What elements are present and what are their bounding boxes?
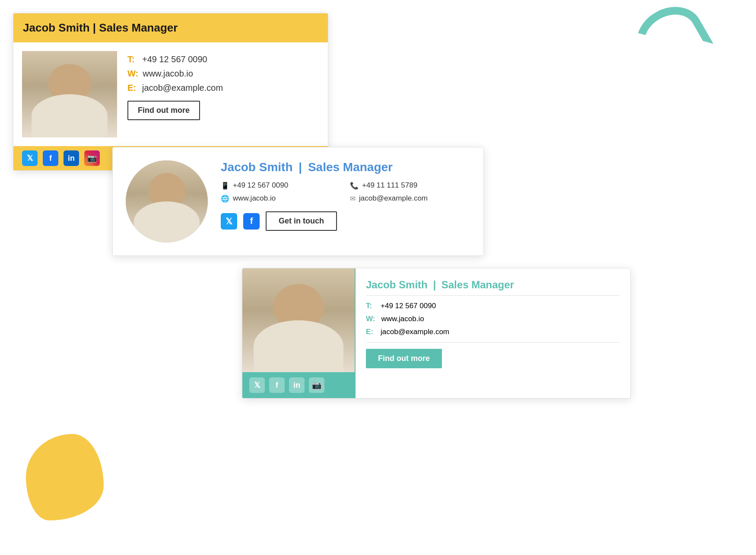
card1-contact-info: T: +49 12 567 0090 W: www.jacob.io E: ja… [127, 51, 319, 137]
person-image-2 [126, 160, 208, 242]
card3-name-title: Jacob Smith | Sales Manager [366, 279, 620, 296]
card2-email-row: ✉ jacob@example.com [350, 194, 470, 203]
website-value: www.jacob.io [143, 69, 193, 79]
card3-email-value: jacob@example.com [381, 328, 449, 336]
card3-email-label: E: [366, 328, 375, 336]
card2-mobile-value: +49 12 567 0090 [233, 181, 288, 190]
card2-phone-row: 📞 +49 11 111 5789 [350, 181, 470, 190]
instagram-icon[interactable]: 📷 [84, 150, 100, 166]
teal-decoration [626, 0, 714, 78]
mobile-icon: 📱 [221, 182, 229, 190]
card2-content: Jacob Smith | Sales Manager 📱 +49 12 567… [221, 160, 470, 231]
card2-website-value: www.jacob.io [233, 194, 276, 203]
card3-email-row: E: jacob@example.com [366, 328, 620, 336]
card3-website-value: www.jacob.io [381, 315, 424, 323]
card2-footer-row: 𝕏 f Get in touch [221, 211, 470, 231]
card2-name-title: Jacob Smith | Sales Manager [221, 160, 470, 174]
card2-facebook-icon[interactable]: f [243, 213, 260, 230]
card1-body: T: +49 12 567 0090 W: www.jacob.io E: ja… [13, 42, 328, 146]
card2-website-row: 🌐 www.jacob.io [221, 194, 341, 203]
card3-social-bar: 𝕏 f in 📷 [242, 372, 355, 398]
twitter-icon[interactable]: 𝕏 [22, 150, 38, 166]
card3-facebook-icon[interactable]: f [269, 377, 285, 393]
card2-phone-value: +49 11 111 5789 [362, 181, 417, 190]
website-icon: 🌐 [221, 195, 229, 203]
card2-cta-button[interactable]: Get in touch [266, 211, 337, 231]
facebook-icon[interactable]: f [43, 150, 58, 166]
card2-email-value: jacob@example.com [359, 194, 428, 203]
card3-phone-label: T: [366, 302, 375, 310]
card2-twitter-icon[interactable]: 𝕏 [221, 213, 237, 230]
card1-name-title: Jacob Smith | Sales Manager [23, 21, 178, 34]
card3-left-panel: 𝕏 f in 📷 [242, 268, 355, 398]
phone-value: +49 12 567 0090 [142, 54, 207, 64]
card3-title: Sales Manager [442, 279, 514, 290]
card2-name: Jacob Smith [221, 160, 292, 174]
card3-instagram-icon[interactable]: 📷 [309, 377, 324, 393]
card3-name: Jacob Smith [366, 279, 428, 290]
card1-cta-button[interactable]: Find out more [127, 101, 200, 120]
card1-phone-row: T: +49 12 567 0090 [127, 54, 319, 64]
card3-right-panel: Jacob Smith | Sales Manager T: +49 12 56… [355, 268, 630, 398]
card3-linkedin-icon[interactable]: in [289, 377, 305, 393]
phone-label: T: [127, 54, 138, 64]
card3-pipe: | [433, 279, 436, 290]
card1-website-row: W: www.jacob.io [127, 69, 319, 79]
card3-photo [242, 268, 355, 372]
email-icon: ✉ [350, 195, 356, 203]
card2-title: Sales Manager [308, 160, 393, 174]
card3-twitter-icon[interactable]: 𝕏 [249, 377, 265, 393]
card3-website-row: W: www.jacob.io [366, 315, 620, 323]
card3-website-label: W: [366, 315, 375, 323]
email-signature-card-2: Jacob Smith | Sales Manager 📱 +49 12 567… [112, 147, 484, 256]
card3-phone-row: T: +49 12 567 0090 [366, 302, 620, 310]
card3-phone-value: +49 12 567 0090 [381, 302, 436, 310]
card3-divider [366, 342, 620, 343]
phone-icon: 📞 [350, 182, 359, 190]
person-image-1 [22, 51, 117, 137]
website-label: W: [127, 69, 138, 79]
card2-pipe: | [299, 160, 302, 174]
card1-photo [22, 51, 117, 137]
card2-contact-grid: 📱 +49 12 567 0090 📞 +49 11 111 5789 🌐 ww… [221, 181, 470, 203]
card3-cta-button[interactable]: Find out more [366, 349, 442, 368]
linkedin-icon[interactable]: in [64, 150, 79, 166]
card1-header: Jacob Smith | Sales Manager [13, 13, 328, 42]
yellow-decoration [26, 434, 104, 520]
card1-email-row: E: jacob@example.com [127, 83, 319, 93]
card2-mobile-row: 📱 +49 12 567 0090 [221, 181, 341, 190]
email-value: jacob@example.com [142, 83, 223, 93]
card2-photo [126, 160, 208, 242]
email-signature-card-3: 𝕏 f in 📷 Jacob Smith | Sales Manager T: … [242, 268, 631, 399]
person-image-3 [242, 268, 355, 372]
email-label: E: [127, 83, 138, 93]
